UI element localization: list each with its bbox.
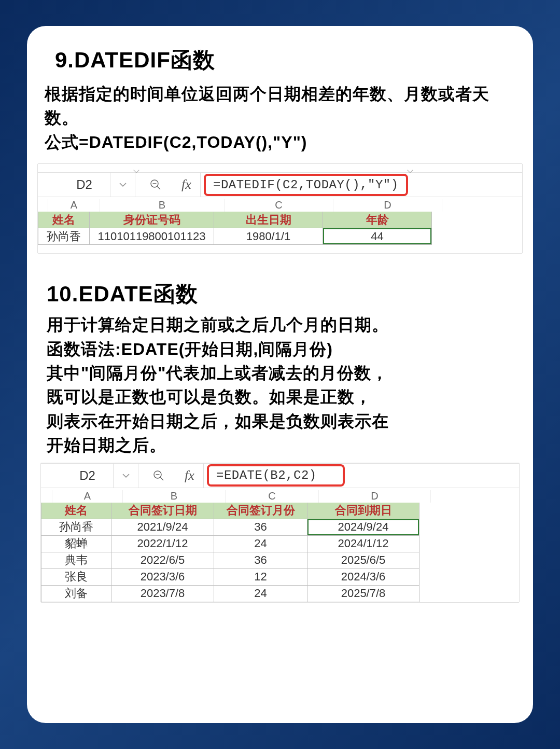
cell[interactable]: 24 (214, 586, 307, 602)
name-box[interactable]: D2 (41, 464, 114, 488)
excel-snippet-2: D2 fx =EDATE(B2,C2) A B C D (40, 463, 520, 603)
cell[interactable]: 2024/1/12 (307, 536, 419, 552)
zoom-out-icon[interactable] (138, 464, 179, 488)
active-cell[interactable]: 44 (323, 228, 432, 245)
desc-text: 则表示在开始日期之后，如果是负数则表示在 (47, 412, 389, 431)
desc-text: 函数语法:EDATE(开始日期,间隔月份) (47, 340, 333, 358)
header-months[interactable]: 合同签订月份 (214, 503, 307, 519)
cell[interactable]: 刘备 (41, 586, 111, 602)
section-datedif: 9.DATEDIF函数 根据指定的时间单位返回两个日期相差的年数、月数或者天数。… (43, 46, 517, 254)
table-row: 孙尚香 11010119800101123 1980/1/1 44 (38, 228, 522, 245)
col-header-B[interactable]: B (100, 199, 225, 212)
zoom-out-icon[interactable] (135, 173, 176, 197)
fx-icon[interactable]: fx (179, 464, 204, 488)
desc-text: 其中"间隔月份"代表加上或者减去的月份数， (47, 364, 388, 382)
desc-text: 开始日期之后。 (47, 436, 166, 454)
section-edate: 10.EDATE函数 用于计算给定日期之前或之后几个月的日期。 函数语法:EDA… (43, 280, 517, 602)
col-header-D[interactable]: D (333, 199, 442, 212)
cell[interactable]: 孙尚香 (41, 519, 111, 536)
spreadsheet-2: A B C D 姓名 合同签订日期 合同签订月份 合同到期日 孙尚香 2021/… (41, 490, 519, 602)
chevron-down-icon[interactable] (114, 464, 138, 488)
chevron-down-icon[interactable] (110, 173, 135, 197)
col-header-B[interactable]: B (123, 490, 226, 503)
fx-icon[interactable]: fx (176, 173, 201, 197)
cell[interactable]: 2025/6/5 (307, 552, 419, 569)
cell[interactable]: 张良 (41, 569, 111, 586)
cell[interactable]: 2024/3/6 (307, 569, 419, 586)
cell[interactable]: 2022/1/12 (111, 536, 214, 552)
spreadsheet-1: A B C D 姓名 身份证号码 出生日期 年龄 孙尚香 11010119800… (38, 199, 522, 245)
table-row: 典韦 2022/6/5 36 2025/6/5 (41, 552, 519, 569)
cell[interactable]: 典韦 (41, 552, 111, 569)
cell[interactable]: 2025/7/8 (307, 586, 419, 602)
header-birthdate[interactable]: 出生日期 (214, 212, 323, 228)
desc-text: 用于计算给定日期之前或之后几个月的日期。 (47, 315, 389, 334)
header-name[interactable]: 姓名 (38, 212, 90, 228)
section-title-2: 10.EDATE函数 (47, 280, 517, 309)
cell[interactable]: 2023/7/8 (111, 586, 214, 602)
col-header-A[interactable]: A (52, 490, 123, 503)
desc-text: 既可以是正数也可以是负数。如果是正数， (47, 387, 372, 406)
ruler-ticks (38, 164, 522, 172)
header-signdate[interactable]: 合同签订日期 (111, 503, 214, 519)
cell[interactable]: 11010119800101123 (90, 228, 214, 245)
table-row: 刘备 2023/7/8 24 2025/7/8 (41, 586, 519, 602)
cell[interactable]: 36 (214, 519, 307, 536)
content-card: 9.DATEDIF函数 根据指定的时间单位返回两个日期相差的年数、月数或者天数。… (27, 26, 533, 723)
col-header-D[interactable]: D (319, 490, 431, 503)
table-header-row: 姓名 身份证号码 出生日期 年龄 (38, 212, 522, 228)
section-title-1: 9.DATEDIF函数 (55, 46, 517, 75)
col-header-C[interactable]: C (225, 199, 333, 212)
section-desc-1: 根据指定的时间单位返回两个日期相差的年数、月数或者天数。 公式=DATEDIF(… (45, 82, 517, 154)
formula-input-2[interactable]: =EDATE(B2,C2) (207, 464, 345, 487)
excel-snippet-1: D2 fx =DATEDIF(C2,TODAY(),"Y") A B C D (37, 163, 523, 254)
cell[interactable]: 2023/3/6 (111, 569, 214, 586)
table-row: 张良 2023/3/6 12 2024/3/6 (41, 569, 519, 586)
table-row: 孙尚香 2021/9/24 36 2024/9/24 (41, 519, 519, 536)
table-header-row: 姓名 合同签订日期 合同签订月份 合同到期日 (41, 503, 519, 519)
col-header-C[interactable]: C (226, 490, 319, 503)
formula-input-1[interactable]: =DATEDIF(C2,TODAY(),"Y") (204, 174, 408, 196)
table-row: 貂蝉 2022/1/12 24 2024/1/12 (41, 536, 519, 552)
name-box[interactable]: D2 (38, 173, 110, 197)
cell[interactable]: 2021/9/24 (111, 519, 214, 536)
cell[interactable]: 12 (214, 569, 307, 586)
column-headers: A B C D (38, 199, 522, 212)
svg-line-1 (157, 186, 160, 189)
col-header-A[interactable]: A (48, 199, 100, 212)
header-id[interactable]: 身份证号码 (90, 212, 214, 228)
cell[interactable]: 貂蝉 (41, 536, 111, 552)
cell[interactable]: 孙尚香 (38, 228, 90, 245)
desc-text: 根据指定的时间单位返回两个日期相差的年数、月数或者天数。 (45, 85, 489, 127)
active-cell[interactable]: 2024/9/24 (307, 519, 419, 536)
formula-bar-2: D2 fx =EDATE(B2,C2) (41, 463, 519, 488)
cell[interactable]: 2022/6/5 (111, 552, 214, 569)
cell[interactable]: 36 (214, 552, 307, 569)
section-desc-2: 用于计算给定日期之前或之后几个月的日期。 函数语法:EDATE(开始日期,间隔月… (47, 313, 517, 457)
header-expire[interactable]: 合同到期日 (307, 503, 419, 519)
cell[interactable]: 1980/1/1 (214, 228, 323, 245)
formula-text: 公式=DATEDIF(C2,TODAY(),"Y") (45, 133, 307, 151)
column-headers: A B C D (41, 490, 519, 503)
formula-bar-1: D2 fx =DATEDIF(C2,TODAY(),"Y") (38, 172, 522, 197)
cell[interactable]: 24 (214, 536, 307, 552)
header-name[interactable]: 姓名 (41, 503, 111, 519)
header-age[interactable]: 年龄 (323, 212, 432, 228)
svg-line-4 (160, 477, 163, 480)
